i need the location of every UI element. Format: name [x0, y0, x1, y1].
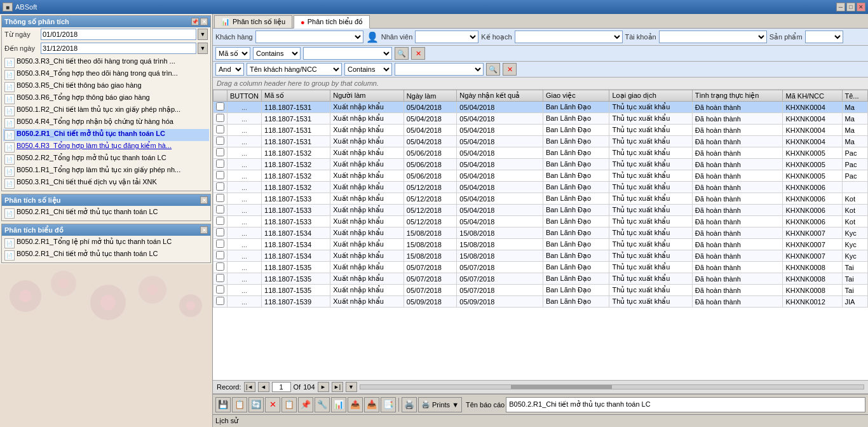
row-checkbox[interactable] — [216, 297, 224, 305]
row-checkbox[interactable] — [216, 148, 224, 156]
table-row[interactable]: ...118.1807-1539Xuất nhập khẩu05/09/2018… — [214, 296, 868, 308]
row-checkbox[interactable] — [216, 274, 224, 282]
row-action-btn[interactable]: ... — [227, 239, 262, 250]
row-action-btn[interactable]: ... — [227, 296, 262, 308]
table-row[interactable]: ...118.1807-1535Xuất nhập khẩu05/07/2018… — [214, 262, 868, 273]
to-date-picker[interactable]: ▼ — [198, 43, 208, 54]
row-action-btn[interactable]: ... — [227, 170, 262, 182]
row-action-btn[interactable]: ... — [227, 262, 262, 273]
row-action-btn[interactable]: ... — [227, 125, 262, 136]
row-action-btn[interactable]: ... — [227, 147, 262, 159]
col-button[interactable]: BUTTON — [227, 90, 262, 102]
list-item[interactable]: 📄 B050.1.R1_Tổng hợp làm thủ tục xin giấ… — [3, 165, 209, 177]
from-date-picker[interactable]: ▼ — [198, 29, 208, 40]
col-ma-so[interactable]: Mã số — [262, 90, 330, 102]
list-item[interactable]: 📄 B050.4.R3_Tổng hợp làm thủ tục đăng ki… — [3, 141, 209, 153]
table-row[interactable]: ...118.1807-1532Xuất nhập khẩu05/12/2018… — [214, 182, 868, 193]
filter-clear-btn[interactable]: ✕ — [411, 47, 425, 60]
panel2-close[interactable]: ✕ — [200, 196, 208, 204]
row-action-btn[interactable]: ... — [227, 159, 262, 170]
row-checkbox[interactable] — [216, 171, 224, 179]
col-ma-kh[interactable]: Mã KH/NCC — [783, 90, 842, 102]
ma-so-select[interactable]: Mã số — [215, 47, 250, 60]
filter2-search-btn[interactable]: 🔍 — [486, 63, 500, 76]
panel1-close[interactable]: ✕ — [200, 18, 208, 25]
panel3-close[interactable]: ✕ — [200, 226, 208, 234]
row-checkbox[interactable] — [216, 240, 224, 248]
table-row[interactable]: ...118.1807-1535Xuất nhập khẩu05/07/2018… — [214, 285, 868, 296]
row-action-btn[interactable]: ... — [227, 102, 262, 113]
row-action-btn[interactable]: ... — [227, 250, 262, 262]
table-row[interactable]: ...118.1807-1532Xuất nhập khẩu05/06/2018… — [214, 170, 868, 182]
row-checkbox[interactable] — [216, 205, 224, 214]
table-row[interactable]: ...118.1807-1531Xuất nhập khẩu05/04/2018… — [214, 102, 868, 113]
row-checkbox[interactable] — [216, 102, 224, 111]
refresh-btn[interactable]: 🔄 — [248, 397, 264, 412]
ten-kh-select[interactable]: Tên khách hàng/NCC — [247, 63, 342, 76]
khach-hang-select[interactable] — [255, 30, 363, 43]
analysis-list-item[interactable]: 📄 B050.2.R1_Chi tiết mở thủ tục thanh to… — [3, 207, 209, 219]
table-row[interactable]: ...118.1807-1534Xuất nhập khẩu15/08/2018… — [214, 227, 868, 239]
table-row[interactable]: ...118.1807-1533Xuất nhập khẩu05/12/2018… — [214, 216, 868, 227]
filter-search-btn[interactable]: 🔍 — [395, 47, 409, 60]
row-action-btn[interactable]: ... — [227, 273, 262, 285]
row-action-btn[interactable]: ... — [227, 113, 262, 125]
table-row[interactable]: ...118.1807-1535Xuất nhập khẩu05/07/2018… — [214, 273, 868, 285]
row-checkbox[interactable] — [216, 159, 224, 168]
filter-record-btn[interactable]: ▼ — [346, 382, 357, 392]
col-ten[interactable]: Tê... — [842, 90, 867, 102]
row-checkbox[interactable] — [216, 285, 224, 294]
row-checkbox[interactable] — [216, 251, 224, 259]
panel1-pin[interactable]: 📌 — [191, 18, 199, 25]
table-row[interactable]: ...118.1807-1531Xuất nhập khẩu05/04/2018… — [214, 113, 868, 125]
chart-list-item[interactable]: 📄 B050.2.R1_Tổng lệ phí mở thủ tục thanh… — [3, 237, 209, 249]
table-row[interactable]: ...118.1807-1532Xuất nhập khẩu05/06/2018… — [214, 147, 868, 159]
save2-btn[interactable]: 📋 — [232, 397, 247, 412]
contains-select[interactable]: Contains — [253, 47, 301, 60]
prints-button[interactable]: 🖨️ Prints ▼ — [418, 397, 462, 412]
col-ngay-nhan[interactable]: Ngày nhận kết quả — [457, 90, 543, 102]
table-row[interactable]: ...118.1807-1531Xuất nhập khẩu05/04/2018… — [214, 125, 868, 136]
data-grid-container[interactable]: BUTTON Mã số Người làm Ngày làm Ngày nhậ… — [213, 90, 868, 380]
table-row[interactable]: ...118.1807-1534Xuất nhập khẩu15/08/2018… — [214, 239, 868, 250]
filter2-clear-btn[interactable]: ✕ — [503, 63, 517, 76]
to-date-input[interactable] — [41, 43, 196, 54]
row-action-btn[interactable]: ... — [227, 227, 262, 239]
minimize-button[interactable]: ─ — [836, 3, 845, 11]
row-checkbox[interactable] — [216, 125, 224, 133]
tool2-btn[interactable]: 📊 — [331, 397, 346, 412]
row-checkbox[interactable] — [216, 114, 224, 122]
list-item[interactable]: 📄 B050.3.R5_Chi tiết thông báo giao hàng — [3, 81, 209, 93]
table-row[interactable]: ...118.1807-1532Xuất nhập khẩu05/06/2018… — [214, 159, 868, 170]
grid-scrollbar[interactable] — [360, 384, 864, 390]
table-row[interactable]: ...118.1807-1531Xuất nhập khẩu05/04/2018… — [214, 136, 868, 147]
row-checkbox[interactable] — [216, 137, 224, 145]
row-action-btn[interactable]: ... — [227, 285, 262, 296]
tool1-btn[interactable]: 🔧 — [315, 397, 330, 412]
ma-so-value-select[interactable] — [303, 47, 392, 60]
record-current[interactable] — [272, 382, 291, 392]
list-item[interactable]: 📄 B050.2.R2_Tổng hợp mở thủ tục thanh to… — [3, 153, 209, 165]
tool3-btn[interactable]: 📤 — [348, 397, 363, 412]
next-record-btn[interactable]: ► — [318, 382, 329, 392]
ke-hoach-select[interactable] — [515, 30, 623, 43]
list-item[interactable]: 📄 B050.3.R3_Chi tiết theo dõi hàng trong… — [3, 57, 209, 69]
row-checkbox[interactable] — [216, 194, 224, 202]
san-pham-select[interactable] — [805, 30, 843, 43]
col-loai-gd[interactable]: Loại giao dịch — [609, 90, 692, 102]
list-item[interactable]: 📄 B050.3.R4_Tổng hợp theo dõi hàng trong… — [3, 69, 209, 81]
list-item[interactable]: 📄 B050.1.R2_Chi tiết làm thủ tục xin giấ… — [3, 105, 209, 117]
row-checkbox[interactable] — [216, 182, 224, 191]
first-record-btn[interactable]: |◄ — [244, 382, 255, 392]
contains2-select[interactable]: Contains — [344, 63, 392, 76]
row-checkbox[interactable] — [216, 217, 224, 225]
chart-list-item[interactable]: 📄 B050.2.R1_Chi tiết mở thủ tục thanh to… — [3, 249, 209, 261]
row-action-btn[interactable]: ... — [227, 216, 262, 227]
copy-btn[interactable]: 📋 — [281, 397, 297, 412]
tool4-btn[interactable]: 📥 — [364, 397, 379, 412]
table-row[interactable]: ...118.1807-1534Xuất nhập khẩu15/08/2018… — [214, 250, 868, 262]
row-action-btn[interactable]: ... — [227, 136, 262, 147]
row-checkbox[interactable] — [216, 228, 224, 236]
nhan-vien-select[interactable] — [415, 30, 478, 43]
list-item[interactable]: 📄 B050.4.R4_Tổng hợp nhận bộ chứng từ hà… — [3, 117, 209, 129]
